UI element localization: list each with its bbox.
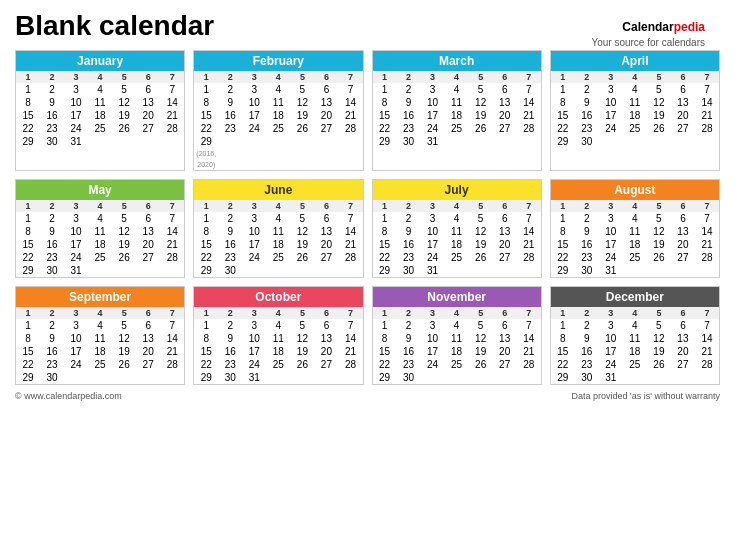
day-cell: 8 (16, 225, 40, 238)
day-cell: 28 (695, 122, 719, 135)
day-cell: 25 (445, 251, 469, 264)
day-cell: 27 (671, 122, 695, 135)
day-cell: 26 (112, 122, 136, 135)
day-cell: 12 (290, 225, 314, 238)
day-cell: 22 (551, 251, 575, 264)
day-cell: 16 (575, 345, 599, 358)
day-col-header: 5 (112, 307, 136, 319)
day-cell: 10 (64, 332, 88, 345)
day-cell: 13 (671, 225, 695, 238)
day-cell: 26 (290, 122, 314, 135)
day-cell: 12 (469, 225, 493, 238)
day-cell: 24 (421, 358, 445, 371)
day-cell: 20 (314, 109, 338, 122)
day-cell: 15 (16, 345, 40, 358)
day-cell: 17 (599, 109, 623, 122)
month-header-february: February (194, 51, 362, 71)
day-cell: 28 (160, 358, 184, 371)
week-row: 15161718192021 (551, 345, 719, 358)
day-cell: 5 (290, 212, 314, 225)
day-cell: 22 (194, 358, 218, 371)
day-cell: 21 (517, 345, 541, 358)
day-cell: 16 (575, 109, 599, 122)
month-block-october: October123456712345678910111213141516171… (193, 286, 363, 385)
day-cell: 3 (421, 212, 445, 225)
day-cell: 6 (671, 212, 695, 225)
day-col-header: 5 (112, 200, 136, 212)
day-cell: 22 (16, 358, 40, 371)
day-cell: 13 (493, 332, 517, 345)
day-cell: 30 (218, 264, 242, 277)
day-cell: 27 (671, 251, 695, 264)
day-cell: 21 (338, 238, 362, 251)
month-header-june: June (194, 180, 362, 200)
day-cell (493, 264, 517, 277)
day-cell: 6 (493, 319, 517, 332)
day-cell: 4 (623, 212, 647, 225)
day-cell: 2 (218, 83, 242, 96)
day-cell: 14 (338, 332, 362, 345)
day-cell (314, 264, 338, 277)
day-cell: 8 (16, 332, 40, 345)
day-cell (160, 371, 184, 384)
day-cell: 6 (493, 212, 517, 225)
day-col-header: 4 (623, 200, 647, 212)
day-cell: 29 (551, 371, 575, 384)
day-cell: 15 (551, 238, 575, 251)
day-cell: 10 (421, 332, 445, 345)
week-row: 22232425262728 (373, 122, 541, 135)
day-cell (493, 135, 517, 148)
day-col-header: 5 (290, 71, 314, 83)
day-cell: 30 (575, 264, 599, 277)
day-cell: 5 (469, 83, 493, 96)
day-col-header: 6 (671, 71, 695, 83)
day-cell: 3 (64, 83, 88, 96)
day-cell: 1 (373, 319, 397, 332)
day-cell: 20 (314, 238, 338, 251)
month-table-march: 1234567123456789101112131415161718192021… (373, 71, 541, 148)
day-cell: 15 (551, 345, 575, 358)
day-cell (599, 135, 623, 148)
week-row: 1234567 (16, 212, 184, 225)
day-cell: 4 (266, 319, 290, 332)
day-col-header: 4 (445, 307, 469, 319)
day-col-header: 6 (136, 307, 160, 319)
day-col-header: 3 (64, 71, 88, 83)
day-cell: 23 (575, 358, 599, 371)
day-col-header: 3 (421, 71, 445, 83)
month-header-december: December (551, 287, 719, 307)
month-table-april: 1234567123456789101112131415161718192021… (551, 71, 719, 148)
day-cell: 26 (290, 358, 314, 371)
day-cell: 16 (397, 109, 421, 122)
day-cell: 10 (64, 225, 88, 238)
day-cell: 18 (88, 238, 112, 251)
day-cell: 6 (671, 83, 695, 96)
day-cell (671, 135, 695, 148)
day-cell: 13 (671, 96, 695, 109)
day-cell: 8 (551, 225, 575, 238)
day-col-header: 3 (421, 200, 445, 212)
day-cell: 30 (397, 264, 421, 277)
day-cell: 19 (647, 109, 671, 122)
week-row: 293031 (551, 371, 719, 384)
day-col-header: 2 (218, 71, 242, 83)
day-cell: 1 (373, 83, 397, 96)
month-table-june: 1234567123456789101112131415161718192021… (194, 200, 362, 277)
day-col-header: 7 (338, 200, 362, 212)
day-cell: 18 (623, 109, 647, 122)
week-row: 22232425262728 (551, 122, 719, 135)
day-cell: 1 (16, 83, 40, 96)
week-row: 15161718192021 (373, 109, 541, 122)
day-cell: 6 (671, 319, 695, 332)
day-cell: 23 (40, 251, 64, 264)
day-cell (623, 135, 647, 148)
day-cell: 3 (242, 319, 266, 332)
day-col-header: 4 (445, 200, 469, 212)
day-cell: 14 (338, 96, 362, 109)
day-cell: 23 (397, 358, 421, 371)
day-cell: 17 (64, 109, 88, 122)
day-cell: 23 (397, 122, 421, 135)
footer-right: Data provided 'as is' without warranty (571, 391, 720, 401)
day-cell: 23 (218, 122, 242, 135)
day-cell (469, 371, 493, 384)
